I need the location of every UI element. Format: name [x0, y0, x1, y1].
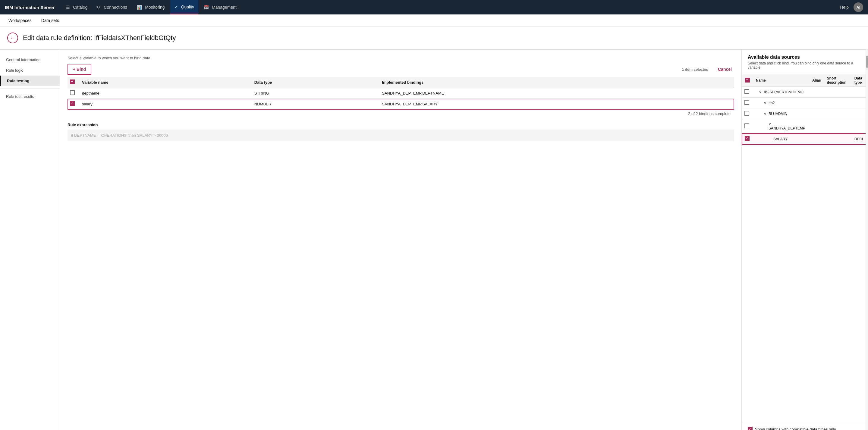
nav-quality[interactable]: ✓ Quality — [170, 0, 198, 14]
nav-monitoring-label: Monitoring — [145, 5, 164, 10]
expand-icon[interactable]: ∨ — [764, 112, 767, 116]
bind-button[interactable]: + Bind — [67, 64, 91, 75]
connections-icon: ⟳ — [97, 5, 101, 10]
bindings-complete: 2 of 2 bindings complete — [67, 110, 734, 118]
bind-instruction: Select a variable to which you want to b… — [67, 56, 734, 60]
col-implemented-bindings: Implemented bindings — [378, 77, 734, 88]
content-area: Select a variable to which you want to b… — [60, 50, 741, 430]
back-button[interactable]: ← — [7, 33, 18, 43]
table-row[interactable]: ∨ db2 — [742, 98, 868, 108]
bindings-salary: SANDHYA_DEPTEMP.SALARY — [378, 99, 734, 110]
right-col-short-description: Short description — [824, 74, 851, 87]
right-row-name-bluadmin: ∨ BLUADMIN — [753, 108, 809, 119]
sidebar-item-rule-testing[interactable]: Rule testing — [0, 75, 60, 86]
user-avatar[interactable]: AI — [854, 2, 863, 12]
bind-section: Select a variable to which you want to b… — [60, 50, 741, 118]
right-row-alias-salary — [809, 133, 824, 144]
scrollbar-thumb[interactable] — [866, 56, 868, 68]
right-row-name-salary: SALARY — [753, 133, 809, 144]
table-row[interactable]: ∨ SANDHYA_DEPTEMP — [742, 119, 868, 134]
right-row-checkbox-salary[interactable] — [745, 136, 749, 141]
expand-icon[interactable]: ∨ — [769, 122, 771, 126]
left-sidebar: General information Rule logic Rule test… — [0, 50, 60, 430]
sidebar-item-rule-logic[interactable]: Rule logic — [0, 65, 60, 75]
right-row-type-bluadmin — [851, 108, 868, 119]
main-layout: General information Rule logic Rule test… — [0, 50, 868, 430]
nav-datasets[interactable]: Data sets — [40, 14, 60, 27]
right-row-name-iis: ∨ IIS-SERVER.IBM.DEMO — [753, 87, 809, 98]
row-checkbox-salary[interactable] — [70, 101, 75, 106]
table-row[interactable]: SALARY DECI — [742, 133, 868, 144]
right-row-name-sandhya: ∨ SANDHYA_DEPTEMP — [753, 119, 809, 134]
right-col-name: Name — [753, 74, 809, 87]
right-row-desc-bluadmin — [824, 108, 851, 119]
right-row-type-salary: DECI — [851, 133, 868, 144]
nav-connections-label: Connections — [104, 5, 127, 10]
catalog-icon: ☰ — [66, 5, 70, 10]
right-row-checkbox-cell[interactable] — [742, 87, 753, 98]
table-row[interactable]: salary NUMBER SANDHYA_DEPTEMP.SALARY — [67, 99, 734, 110]
monitoring-icon: 📊 — [137, 5, 142, 10]
variables-table: Variable name Data type Implemented bind… — [67, 77, 734, 110]
show-columns-label: Show columns with compatible data types … — [755, 427, 836, 430]
nav-management-label: Management — [212, 5, 237, 10]
app-brand: IBM Information Server — [5, 5, 55, 10]
right-row-checkbox-sandhya[interactable] — [744, 124, 749, 128]
right-row-type-sandhya — [851, 119, 868, 134]
right-row-type-iis — [851, 87, 868, 98]
nav-workspaces[interactable]: Workspaces — [7, 14, 33, 27]
right-row-checkbox-db2[interactable] — [744, 100, 749, 105]
sidebar-item-general[interactable]: General information — [0, 55, 60, 65]
select-all-checkbox[interactable] — [70, 79, 75, 84]
data-type-salary: NUMBER — [251, 99, 378, 110]
right-panel: Available data sources Select data and c… — [741, 50, 868, 430]
right-row-checkbox-iis[interactable] — [744, 89, 749, 94]
selected-count: 1 item selected — [96, 67, 711, 72]
nav-management[interactable]: 📅 Management — [199, 0, 241, 14]
right-row-checkbox-cell[interactable] — [742, 98, 753, 108]
right-row-desc-salary — [824, 133, 851, 144]
nav-items: ☰ Catalog ⟳ Connections 📊 Monitoring ✓ Q… — [62, 0, 840, 14]
right-row-checkbox-cell[interactable] — [742, 108, 753, 119]
right-row-alias-sandhya — [809, 119, 824, 134]
right-col-data-type: Data type — [851, 74, 868, 87]
nav-connections[interactable]: ⟳ Connections — [93, 0, 131, 14]
page-header: ← Edit data rule definition: IfFieldaIsX… — [0, 27, 868, 50]
right-row-desc-iis — [824, 87, 851, 98]
row-checkbox-cell[interactable] — [67, 99, 79, 110]
right-row-checkbox-cell[interactable] — [742, 119, 753, 134]
right-row-checkbox-bluadmin[interactable] — [744, 111, 749, 115]
bindings-deptname: SANDHYA_DEPTEMP.DEPTNAME — [378, 88, 734, 99]
right-col-checkbox — [742, 74, 753, 87]
top-nav-right: Help AI — [840, 2, 863, 12]
row-checkbox-deptname[interactable] — [70, 90, 75, 95]
table-row[interactable]: ∨ IIS-SERVER.IBM.DEMO — [742, 87, 868, 98]
right-row-desc-sandhya — [824, 119, 851, 134]
col-variable-name: Variable name — [79, 77, 251, 88]
nav-catalog-label: Catalog — [73, 5, 87, 10]
variable-name-deptname: deptname — [79, 88, 251, 99]
sidebar-divider — [0, 89, 60, 89]
rule-expression-text: if DEPTNAME = 'OPERATIONS' then SALARY >… — [67, 130, 734, 141]
right-row-type-db2 — [851, 98, 868, 108]
help-link[interactable]: Help — [840, 5, 849, 10]
right-col-alias: Alias — [809, 74, 824, 87]
right-row-name-db2: ∨ db2 — [753, 98, 809, 108]
row-checkbox-cell[interactable] — [67, 88, 79, 99]
nav-monitoring[interactable]: 📊 Monitoring — [133, 0, 169, 14]
expand-icon[interactable]: ∨ — [764, 101, 767, 105]
col-data-type: Data type — [251, 77, 378, 88]
nav-catalog[interactable]: ☰ Catalog — [62, 0, 92, 14]
right-row-alias-db2 — [809, 98, 824, 108]
right-panel-scrollbar[interactable] — [866, 50, 868, 430]
right-select-all[interactable] — [745, 78, 750, 82]
sidebar-item-rule-test-results[interactable]: Rule test results — [0, 91, 60, 102]
cancel-bind-button[interactable]: Cancel — [715, 64, 734, 74]
right-row-checkbox-cell[interactable] — [742, 133, 753, 144]
table-row[interactable]: ∨ BLUADMIN — [742, 108, 868, 119]
second-navigation: Workspaces Data sets — [0, 14, 868, 27]
page-title: Edit data rule definition: IfFieldaIsXTh… — [23, 34, 176, 42]
show-columns-checkbox[interactable] — [748, 427, 752, 430]
table-row[interactable]: deptname STRING SANDHYA_DEPTEMP.DEPTNAME — [67, 88, 734, 99]
expand-icon[interactable]: ∨ — [759, 90, 762, 94]
